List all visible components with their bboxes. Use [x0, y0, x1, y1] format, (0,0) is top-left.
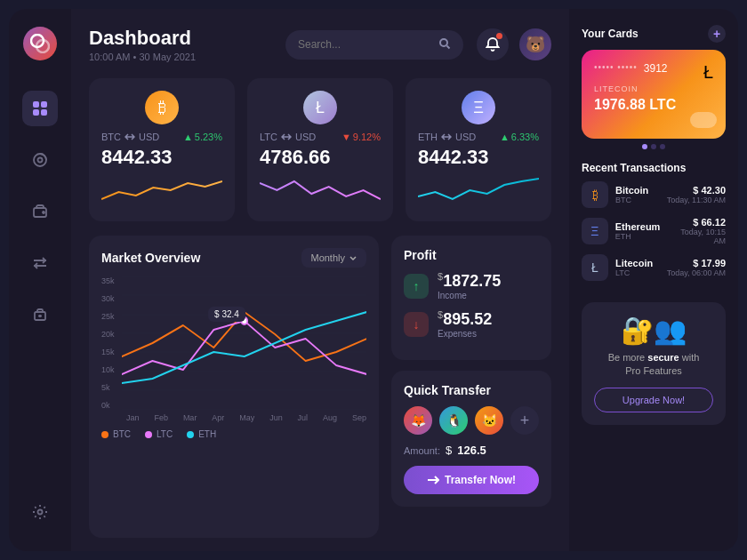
eth-mini-chart	[418, 174, 539, 205]
tx-eth-amount-area: $ 66.12 Today, 10:15 AM	[667, 217, 726, 245]
chart-tooltip: $ 32.4	[208, 307, 245, 322]
tx-eth-icon: Ξ	[582, 218, 608, 244]
logo[interactable]	[23, 27, 57, 60]
card-indicator-2[interactable]	[651, 144, 656, 149]
card-name: LITECOIN	[594, 84, 713, 93]
profit-income-info: $1872.75 Income	[438, 271, 501, 300]
right-sidebar: Your Cards + ••••• ••••• 3912 Ł LITECOIN…	[569, 9, 738, 551]
header-title-area: Dashboard 10:00 AM • 30 May 2021	[89, 27, 285, 62]
transaction-item-ltc[interactable]: Ł Litecoin LTC $ 17.99 Today, 06:00 AM	[582, 254, 726, 281]
eth-value: 8442.33	[418, 146, 539, 169]
add-card-button[interactable]: +	[708, 25, 726, 43]
ltc-value: 4786.66	[260, 146, 381, 169]
ltc-card[interactable]: Ł LTC USD ▼ 9.12% 4786.66	[247, 78, 393, 221]
btc-card[interactable]: ₿ BTC USD ▲ 5.23% 8442.33	[89, 78, 235, 221]
page-subtitle: 10:00 AM • 30 May 2021	[89, 52, 285, 62]
card-pagination-indicators	[582, 144, 726, 149]
ltc-pair-row: LTC USD ▼ 9.12%	[260, 132, 381, 142]
svg-rect-3	[41, 101, 47, 108]
expense-arrow-icon: ↓	[404, 312, 429, 337]
tx-ltc-time: Today, 06:00 AM	[667, 268, 726, 277]
expense-amount: $895.52	[438, 309, 492, 329]
card-balance: 1976.88 LTC	[594, 97, 713, 113]
y-axis: 35k 30k 25k 20k 15k 10k 5k 0k	[101, 276, 115, 410]
search-icon	[438, 37, 451, 52]
svg-rect-2	[33, 101, 39, 108]
tx-eth-sub: ETH	[615, 232, 661, 241]
quick-transfer-title: Quick Transfer	[404, 383, 539, 397]
tx-ltc-amount-area: $ 17.99 Today, 06:00 AM	[667, 258, 726, 277]
notification-bell[interactable]	[477, 28, 509, 60]
sidebar	[9, 9, 71, 551]
card-display: ••••• ••••• 3912 Ł LITECOIN 1976.88 LTC	[582, 50, 726, 139]
tx-eth-info: Ethereum ETH	[615, 221, 661, 241]
recent-tx-header: Recent Transactions	[582, 162, 726, 174]
x-axis: Jan Feb Mar Apr May Jun Jul Aug Sep	[101, 413, 366, 422]
btc-icon: ₿	[145, 91, 179, 124]
recent-transactions-section: Recent Transactions ₿ Bitcoin BTC $ 42.3…	[582, 162, 726, 290]
header: Dashboard 10:00 AM • 30 May 2021	[89, 27, 551, 62]
tx-btc-sub: BTC	[615, 196, 648, 204]
transaction-item-btc[interactable]: ₿ Bitcoin BTC $ 42.30 Today, 11:30 AM	[582, 181, 726, 208]
market-filter-dropdown[interactable]: Monthly	[301, 248, 366, 268]
pro-banner-icon: 🔐👥	[594, 315, 713, 346]
transfer-contact-1[interactable]: 🦊	[404, 406, 432, 435]
sidebar-item-analytics[interactable]	[22, 142, 58, 178]
search-input[interactable]	[298, 38, 431, 51]
income-label: Income	[438, 291, 501, 300]
tx-ltc-info: Litecoin LTC	[615, 258, 653, 277]
profit-title: Profit	[404, 248, 539, 262]
sidebar-item-portfolio[interactable]	[22, 297, 58, 332]
card-indicator-1[interactable]	[642, 144, 647, 149]
ltc-change: ▼ 9.12%	[341, 132, 381, 142]
your-cards-section: Your Cards + ••••• ••••• 3912 Ł LITECOIN…	[582, 25, 726, 149]
sidebar-item-exchange[interactable]	[22, 245, 58, 281]
expense-label: Expenses	[438, 329, 492, 339]
add-contact-button[interactable]: +	[510, 406, 539, 435]
ltc-mini-chart	[260, 174, 381, 205]
eth-change: ▲ 6.33%	[500, 132, 539, 142]
svg-rect-4	[33, 109, 39, 116]
quick-transfer-panel: Quick Transfer 🦊 🐧 🐱 + Amount: $	[391, 371, 551, 507]
svg-point-7	[38, 158, 43, 163]
card-last-digits: 3912	[644, 62, 668, 75]
sidebar-item-settings[interactable]	[22, 494, 58, 530]
card-brand-icon: Ł	[703, 62, 713, 83]
legend-ltc: LTC	[145, 429, 173, 439]
card-toggle	[690, 112, 717, 128]
pro-banner-text: Be more secure withPro Features	[594, 351, 713, 379]
ltc-pair-label: LTC USD	[260, 132, 316, 142]
svg-rect-5	[41, 109, 47, 116]
sidebar-item-wallet[interactable]	[22, 194, 58, 229]
eth-pair-label: ETH USD	[418, 132, 476, 142]
eth-legend-dot	[187, 431, 194, 438]
header-actions: 🐻	[477, 28, 551, 60]
right-panels: Profit ↑ $1872.75 Income ↓	[391, 236, 551, 538]
legend-eth: ETH	[187, 429, 216, 439]
amount-input[interactable]	[457, 444, 528, 457]
btc-pair-label: BTC USD	[101, 132, 159, 142]
card-top: ••••• ••••• 3912 Ł	[594, 62, 713, 83]
svg-point-14	[440, 39, 447, 46]
ltc-legend-dot	[145, 431, 152, 438]
tx-btc-value: $ 42.30	[667, 185, 726, 196]
tx-btc-amount-area: $ 42.30 Today, 11:30 AM	[667, 185, 726, 204]
search-bar[interactable]	[285, 30, 463, 60]
transaction-item-eth[interactable]: Ξ Ethereum ETH $ 66.12 Today, 10:15 AM	[582, 217, 726, 245]
crypto-cards-row: ₿ BTC USD ▲ 5.23% 8442.33	[89, 78, 551, 221]
upgrade-now-button[interactable]: Upgrade Now!	[594, 388, 713, 412]
app-container: Dashboard 10:00 AM • 30 May 2021	[9, 9, 738, 551]
user-avatar[interactable]: 🐻	[519, 28, 551, 60]
card-indicator-3[interactable]	[660, 144, 665, 149]
transfer-now-button[interactable]: Transfer Now!	[404, 466, 539, 494]
sidebar-item-dashboard[interactable]	[22, 91, 58, 126]
page-title: Dashboard	[89, 27, 285, 50]
tx-btc-icon: ₿	[582, 181, 608, 208]
transfer-contact-3[interactable]: 🐱	[475, 406, 503, 435]
eth-card[interactable]: Ξ ETH USD ▲ 6.33% 8442.33	[406, 78, 551, 221]
tx-eth-value: $ 66.12	[667, 217, 726, 228]
profit-expense-item: ↓ $895.52 Expenses	[404, 309, 539, 339]
transfer-contact-2[interactable]: 🐧	[439, 406, 468, 435]
profit-card: Profit ↑ $1872.75 Income ↓	[391, 236, 551, 360]
tx-eth-time: Today, 10:15 AM	[667, 228, 726, 245]
